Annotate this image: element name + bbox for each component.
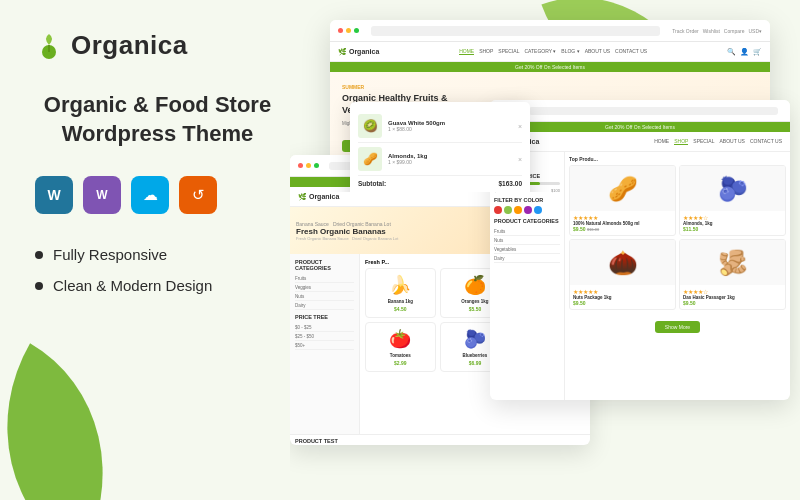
cart-item-2-image: 🥜 bbox=[358, 147, 382, 171]
product-4-name: Tomatoes bbox=[371, 353, 430, 358]
cart-item-1-image: 🥝 bbox=[358, 114, 382, 138]
close-dot bbox=[338, 28, 343, 33]
hero-label: Summer bbox=[342, 84, 598, 90]
plugin-badges: W W ☁ ↺ bbox=[35, 176, 280, 214]
shop-nav-home: HOME bbox=[654, 138, 669, 145]
shop-product-content: Top Produ... 🥜 ★★★★★ 100% Natural Almond… bbox=[565, 152, 790, 400]
cloud-badge: ☁ bbox=[131, 176, 169, 214]
blueberries-image: 🫐 bbox=[680, 166, 785, 211]
cart-item-2-remove[interactable]: × bbox=[518, 156, 522, 163]
show-more-area: Show More bbox=[569, 315, 786, 333]
mockup-shop-browser: Get 20% Off On Selected Items 🌿 Organica… bbox=[490, 100, 790, 400]
logo-area: Organica bbox=[35, 30, 280, 61]
almonds-stars: ★★★★★ bbox=[573, 214, 672, 221]
nav-link-contact: CONTACT US bbox=[615, 48, 647, 55]
product-4-price: $2.99 bbox=[371, 360, 430, 366]
cart-popup: 🥝 Guava White 500gm 1 × $88.00 × 🥜 Almon… bbox=[350, 102, 530, 192]
passager-info: ★★★★☆ Das Hasic Passager 1kg $9.50 bbox=[680, 285, 785, 309]
blueberries-stars: ★★★★☆ bbox=[683, 214, 782, 221]
nuts-info: ★★★★★ Nuts Package 1kg $9.50 bbox=[570, 285, 675, 309]
nav-logo: 🌿 Organica bbox=[338, 48, 379, 56]
shop-nav-special: SPECIAL bbox=[693, 138, 714, 145]
passager-price: $9.50 bbox=[683, 300, 782, 306]
almonds-price: $9.50 $16.00 bbox=[573, 226, 672, 232]
sidebar-cat-4[interactable]: Dairy bbox=[295, 301, 354, 310]
swatch-orange[interactable] bbox=[514, 206, 522, 214]
bullet-icon bbox=[35, 282, 43, 290]
product-1-price: $4.50 bbox=[371, 306, 430, 312]
nav-icons: 🔍 👤 🛒 bbox=[727, 48, 762, 56]
brand-name: Organica bbox=[71, 30, 188, 61]
product-1-image: 🍌 bbox=[371, 274, 430, 296]
promo-bar: Get 20% Off On Selected Items bbox=[330, 62, 770, 72]
product-categories-filter-label: PRODUCT CATEGORIES bbox=[494, 218, 560, 224]
shop-product-blueberries[interactable]: 🫐 ★★★★☆ Almonds, 1kg $11.50 bbox=[679, 165, 786, 236]
cart-item-2: 🥜 Almonds, 1kg 1 × $99.00 × bbox=[358, 143, 522, 176]
shop-nav-shop: SHOP bbox=[674, 138, 688, 145]
site-nav: 🌿 Organica HOME SHOP SPECIAL CATEGORY ▾ … bbox=[330, 42, 770, 62]
right-panel-mockups: Track Order Wishlist Compare USD▾ 🌿 Orga… bbox=[290, 0, 800, 500]
price-filter-label: PRICE TREE bbox=[295, 314, 354, 320]
s-close-dot bbox=[298, 163, 303, 168]
price-filter-block: PRICE TREE $0 - $25 $25 - $50 $50+ bbox=[295, 314, 354, 350]
maximize-dot bbox=[354, 28, 359, 33]
sidebar-cat-2[interactable]: Veggies bbox=[295, 283, 354, 292]
shop-product-nuts[interactable]: 🌰 ★★★★★ Nuts Package 1kg $9.50 bbox=[569, 239, 676, 310]
passager-image: 🫚 bbox=[680, 240, 785, 285]
almonds-image: 🥜 bbox=[570, 166, 675, 211]
show-more-button[interactable]: Show More bbox=[655, 321, 700, 333]
address-bar bbox=[371, 26, 660, 36]
cart-subtotal: Subtotal: $163.00 bbox=[358, 176, 522, 191]
bullet-icon bbox=[35, 251, 43, 259]
revolution-badge: ↺ bbox=[179, 176, 217, 214]
s-maximize-dot bbox=[314, 163, 319, 168]
browser-chrome: Track Order Wishlist Compare USD▾ bbox=[330, 20, 770, 42]
filter-cat-fruits[interactable]: Fruits bbox=[494, 227, 560, 236]
product-4-image: 🍅 bbox=[371, 328, 430, 350]
blueberries-price: $11.50 bbox=[683, 226, 782, 232]
shop-promo-bar: Get 20% Off On Selected Items bbox=[490, 122, 790, 132]
subtotal-value: $163.00 bbox=[499, 180, 523, 187]
price-range-3[interactable]: $50+ bbox=[295, 341, 354, 350]
wordpress-badge: W bbox=[35, 176, 73, 214]
shop-nav: 🌿 Organica HOME SHOP SPECIAL ABOUT US CO… bbox=[490, 132, 790, 152]
product-card-4[interactable]: 🍅 Tomatoes $2.99 bbox=[365, 322, 436, 372]
cart-item-1-remove[interactable]: × bbox=[518, 123, 522, 130]
product-categories-filter: PRODUCT CATEGORIES Fruits Nuts Vegetable… bbox=[494, 218, 560, 263]
price-range-1[interactable]: $0 - $25 bbox=[295, 323, 354, 332]
nav-link-special: SPECIAL bbox=[498, 48, 519, 55]
swatch-green[interactable] bbox=[504, 206, 512, 214]
price-range-2[interactable]: $25 - $50 bbox=[295, 332, 354, 341]
price-max: $100 bbox=[551, 188, 560, 193]
shop-product-passager[interactable]: 🫚 ★★★★☆ Das Hasic Passager 1kg $9.50 bbox=[679, 239, 786, 310]
filter-cat-dairy[interactable]: Dairy bbox=[494, 254, 560, 263]
browser-controls: Track Order Wishlist Compare USD▾ bbox=[672, 28, 762, 34]
left-panel: Organica Organic & Food Store Wordpress … bbox=[0, 0, 310, 500]
nav-link-category: CATEGORY ▾ bbox=[524, 48, 556, 55]
secondary-window-controls bbox=[298, 163, 319, 168]
swatch-purple[interactable] bbox=[524, 206, 532, 214]
cart-item-1-info: Guava White 500gm 1 × $88.00 bbox=[388, 120, 512, 132]
product-sidebar: PRODUCT CATEGORIES Fruits Veggies Nuts D… bbox=[290, 254, 360, 434]
almonds-info: ★★★★★ 100% Natural Almonds 500g ml $9.50… bbox=[570, 211, 675, 235]
product-test-section: PRODUCT TEST 🫘 Das Hasic Passager 1kg $9… bbox=[290, 434, 590, 445]
secondary-nav-logo: 🌿 Organica bbox=[298, 193, 339, 201]
nuts-stars: ★★★★★ bbox=[573, 288, 672, 295]
filter-cat-nuts[interactable]: Nuts bbox=[494, 236, 560, 245]
swatch-blue[interactable] bbox=[534, 206, 542, 214]
sidebar-cat-3[interactable]: Nuts bbox=[295, 292, 354, 301]
shop-product-almonds[interactable]: 🥜 ★★★★★ 100% Natural Almonds 500g ml $9.… bbox=[569, 165, 676, 236]
filter-cat-veggies[interactable]: Vegetables bbox=[494, 245, 560, 254]
filter-color-label: FILTER BY COLOR bbox=[494, 197, 560, 203]
feature-responsive: Fully Responsive bbox=[35, 246, 280, 263]
cart-item-2-info: Almonds, 1kg 1 × $99.00 bbox=[388, 153, 512, 165]
shop-page-layout: Shop Home / Shop FILTER BY PRICE $0 $100… bbox=[490, 152, 790, 400]
subtotal-label: Subtotal: bbox=[358, 180, 386, 187]
search-icon: 🔍 bbox=[727, 48, 736, 56]
nav-link-about: ABOUT US bbox=[585, 48, 610, 55]
feature-responsive-label: Fully Responsive bbox=[53, 246, 167, 263]
swatch-red[interactable] bbox=[494, 206, 502, 214]
product-card-1[interactable]: 🍌 Banana 1kg $4.50 bbox=[365, 268, 436, 318]
blueberries-info: ★★★★☆ Almonds, 1kg $11.50 bbox=[680, 211, 785, 235]
sidebar-cat-1[interactable]: Fruits bbox=[295, 274, 354, 283]
